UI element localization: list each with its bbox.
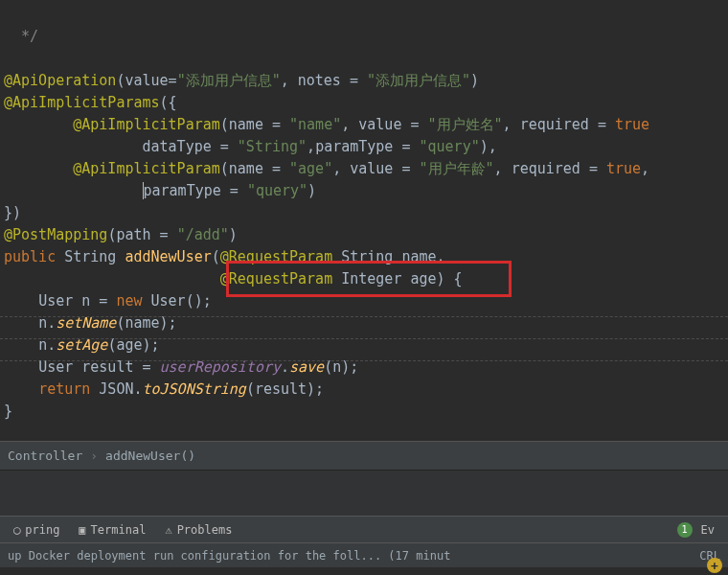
breadcrumb[interactable]: Controller › addNewUser() <box>0 441 728 470</box>
gap-area <box>0 470 728 516</box>
comment-close: */ <box>4 28 38 45</box>
method-addnewuser: addNewUser <box>125 248 211 265</box>
events-count-badge: 1 <box>677 522 693 538</box>
warning-icon: ⚠ <box>165 523 171 537</box>
tab-problems[interactable]: ⚠ Problems <box>155 517 241 542</box>
code-editor[interactable]: */ @ApiOperation(value="添加用户信息", notes =… <box>0 0 728 441</box>
ann-postmapping: @PostMapping <box>4 226 107 243</box>
breadcrumb-method[interactable]: addNewUser() <box>105 448 195 463</box>
tab-spring[interactable]: ◯ pring <box>4 517 69 542</box>
chevron-right-icon: › <box>90 448 98 463</box>
terminal-icon: ▣ <box>79 523 85 537</box>
tab-terminal[interactable]: ▣ Terminal <box>69 517 155 542</box>
breadcrumb-class[interactable]: Controller <box>8 448 82 463</box>
status-message: up Docker deployment run configuration f… <box>8 549 450 563</box>
tab-events[interactable]: 1 Ev <box>668 517 724 542</box>
ann-apiimplicitparam-1: @ApiImplicitParam <box>73 116 220 133</box>
status-bar: up Docker deployment run configuration f… <box>0 542 728 567</box>
plus-icon[interactable]: + <box>707 558 722 573</box>
bottom-tool-tabs: ◯ pring ▣ Terminal ⚠ Problems 1 Ev <box>0 516 728 542</box>
ann-apioperation: @ApiOperation <box>4 72 116 89</box>
spring-icon: ◯ <box>13 523 20 537</box>
ann-apiimplicitparams: @ApiImplicitParams <box>4 94 160 111</box>
ann-apiimplicitparam-2: @ApiImplicitParam <box>73 160 220 177</box>
